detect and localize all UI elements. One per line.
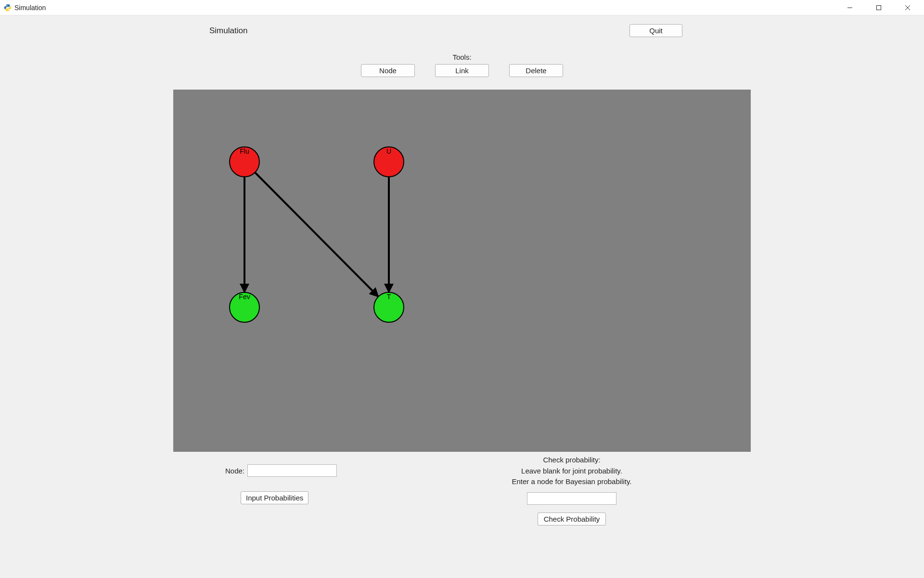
maximize-icon — [876, 5, 882, 11]
titlebar: Simulation — [0, 0, 924, 15]
check-probability-panel: Check probability: Leave blank for joint… — [495, 455, 649, 525]
help-line-1: Check probability: — [512, 455, 631, 466]
input-probabilities-button[interactable]: Input Probabilities — [241, 491, 308, 504]
help-line-3: Enter a node for Bayesian probability. — [512, 476, 631, 487]
tool-delete-button[interactable]: Delete — [509, 64, 563, 77]
edge-Flu-T — [255, 172, 378, 297]
node-label-U: U — [386, 147, 391, 155]
node-label: Node: — [225, 467, 244, 475]
app-body: Simulation Quit Tools: Node Link Delete … — [0, 15, 924, 578]
help-text: Check probability: Leave blank for joint… — [512, 455, 631, 487]
help-line-2: Leave blank for joint probability. — [512, 466, 631, 477]
minimize-button[interactable] — [835, 0, 864, 15]
window-controls — [835, 0, 922, 15]
input-panel-left: Node: Input Probabilities — [225, 464, 337, 504]
python-app-icon — [4, 4, 12, 12]
graph-svg: FluUFevT — [173, 90, 751, 452]
tool-link-button[interactable]: Link — [435, 64, 489, 77]
close-button[interactable] — [893, 0, 922, 15]
svg-rect-1 — [877, 5, 881, 10]
minimize-icon — [847, 5, 853, 11]
quit-button[interactable]: Quit — [629, 24, 682, 37]
node-label-Flu: Flu — [240, 147, 249, 155]
check-probability-button[interactable]: Check Probability — [538, 512, 606, 525]
tools-row: Tools: Node Link Delete — [0, 53, 924, 77]
tool-node-button[interactable]: Node — [361, 64, 415, 77]
window-title: Simulation — [14, 4, 46, 12]
header-row: Simulation Quit — [0, 24, 924, 43]
graph-canvas[interactable]: FluUFevT — [173, 90, 751, 452]
node-label-T: T — [387, 293, 391, 301]
page-title: Simulation — [209, 26, 247, 36]
probability-query-input[interactable] — [527, 492, 616, 505]
maximize-button[interactable] — [864, 0, 893, 15]
node-input[interactable] — [247, 464, 337, 477]
node-label-Fev: Fev — [239, 293, 250, 301]
close-icon — [905, 5, 911, 11]
tools-label: Tools: — [0, 53, 924, 61]
